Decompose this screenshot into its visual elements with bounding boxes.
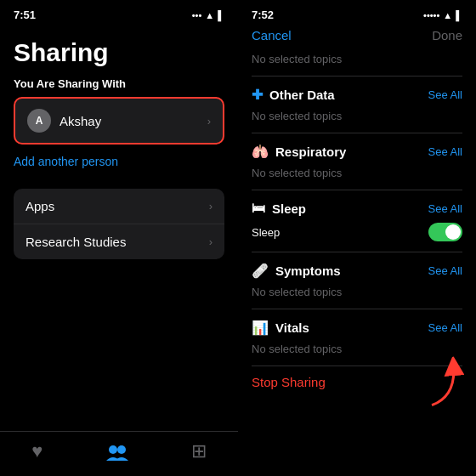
symptoms-label: Symptoms	[275, 264, 341, 278]
respiratory-see-all[interactable]: See All	[428, 145, 462, 158]
top-no-selected-section: No selected topics	[238, 49, 476, 74]
other-data-see-all[interactable]: See All	[428, 88, 462, 101]
top-no-selected-text: No selected topics	[238, 49, 476, 74]
avatar: A	[27, 109, 51, 133]
vitals-header-left: 📊 Vitals	[252, 320, 309, 336]
symptoms-header: 🩹 Symptoms See All	[238, 254, 476, 282]
left-panel: 7:51 ••• ▲ ▌ Sharing You Are Sharing Wit…	[0, 0, 238, 476]
vitals-section: 📊 Vitals See All No selected topics	[238, 311, 476, 364]
vitals-icon: 📊	[252, 320, 269, 336]
sleep-section: 🛏 Sleep See All Sleep	[238, 192, 476, 250]
sleep-value-row: Sleep	[238, 219, 476, 250]
right-panel: 7:52 ••••• ▲ ▌ Cancel Done No selected t…	[238, 0, 476, 476]
tab-bar-left: ♥ ⊞	[0, 431, 238, 476]
symptoms-header-left: 🩹 Symptoms	[252, 263, 341, 279]
page-title: Sharing	[14, 38, 224, 67]
time-right: 7:52	[252, 8, 274, 21]
divider-1	[252, 133, 462, 133]
battery-icon: ▌	[218, 10, 224, 20]
other-data-header-left: ✚ Other Data	[252, 87, 335, 103]
apps-label: Apps	[26, 199, 54, 213]
respiratory-label: Respiratory	[275, 144, 346, 159]
sharing-icon	[106, 442, 128, 461]
heart-icon: ♥	[31, 440, 42, 462]
apps-chevron-icon: ›	[209, 200, 212, 212]
cancel-button[interactable]: Cancel	[252, 28, 292, 42]
person-name: Akshay	[60, 114, 101, 128]
status-bar-right: 7:52 ••••• ▲ ▌	[238, 0, 476, 25]
divider-3	[252, 252, 462, 252]
sleep-label: Sleep	[272, 201, 306, 216]
other-data-label: Other Data	[269, 88, 335, 102]
sleep-icon: 🛏	[252, 201, 265, 216]
divider-2	[252, 190, 462, 190]
symptoms-section: 🩹 Symptoms See All No selected topics	[238, 254, 476, 307]
vitals-header: 📊 Vitals See All	[238, 311, 476, 339]
left-content: Sharing You Are Sharing With A Akshay › …	[0, 25, 238, 431]
svg-point-1	[117, 445, 126, 454]
status-icons-right: ••••• ▲ ▌	[423, 10, 462, 20]
wifi-icon: ▲	[205, 10, 214, 20]
chevron-right-icon: ›	[207, 115, 211, 128]
other-data-icon: ✚	[252, 87, 263, 103]
symptoms-no-selected: No selected topics	[238, 282, 476, 307]
respiratory-no-selected: No selected topics	[238, 163, 476, 188]
grid-tab[interactable]: ⊞	[191, 440, 207, 462]
symptoms-icon: 🩹	[252, 263, 269, 279]
status-bar-left: 7:51 ••• ▲ ▌	[0, 0, 238, 25]
respiratory-header-left: 🫁 Respiratory	[252, 144, 346, 160]
apps-menu-item[interactable]: Apps ›	[14, 189, 224, 224]
done-button[interactable]: Done	[432, 28, 462, 42]
nav-bar: Cancel Done	[238, 25, 476, 49]
sleep-toggle[interactable]	[428, 223, 462, 241]
menu-section: Apps › Research Studies ›	[14, 189, 224, 259]
signal-right-icon: •••••	[423, 10, 439, 20]
wifi-right-icon: ▲	[443, 10, 452, 20]
sharing-label: You Are Sharing With	[14, 77, 224, 90]
research-studies-label: Research Studies	[26, 235, 126, 249]
status-icons-left: ••• ▲ ▌	[192, 10, 224, 20]
battery-right-icon: ▌	[456, 10, 462, 20]
right-scroll[interactable]: No selected topics ✚ Other Data See All …	[238, 49, 476, 476]
grid-icon: ⊞	[191, 440, 207, 462]
time-left: 7:51	[14, 8, 36, 21]
other-data-header: ✚ Other Data See All	[238, 78, 476, 106]
research-studies-menu-item[interactable]: Research Studies ›	[14, 224, 224, 259]
add-person-link[interactable]: Add another person	[14, 148, 224, 175]
divider-0	[252, 76, 462, 76]
respiratory-section: 🫁 Respiratory See All No selected topics	[238, 135, 476, 188]
vitals-label: Vitals	[275, 320, 309, 335]
stop-sharing-row: Stop Sharing	[238, 368, 476, 396]
sleep-header-left: 🛏 Sleep	[252, 201, 306, 216]
symptoms-see-all[interactable]: See All	[428, 264, 462, 277]
heart-tab[interactable]: ♥	[31, 440, 42, 462]
sharing-tab[interactable]	[106, 442, 128, 461]
research-chevron-icon: ›	[209, 235, 212, 248]
svg-point-0	[109, 445, 117, 454]
respiratory-header: 🫁 Respiratory See All	[238, 135, 476, 163]
vitals-no-selected: No selected topics	[238, 339, 476, 364]
person-left: A Akshay	[27, 109, 101, 133]
vitals-see-all[interactable]: See All	[428, 321, 462, 334]
sleep-header: 🛏 Sleep See All	[238, 192, 476, 219]
respiratory-icon: 🫁	[252, 144, 269, 160]
signal-icon: •••	[192, 10, 202, 20]
other-data-section: ✚ Other Data See All No selected topics	[238, 78, 476, 131]
divider-4	[252, 309, 462, 309]
sleep-value-label: Sleep	[252, 226, 280, 239]
person-row[interactable]: A Akshay ›	[14, 97, 224, 144]
sleep-see-all[interactable]: See All	[428, 202, 462, 215]
stop-sharing-button[interactable]: Stop Sharing	[252, 375, 326, 389]
other-data-no-selected: No selected topics	[238, 106, 476, 131]
